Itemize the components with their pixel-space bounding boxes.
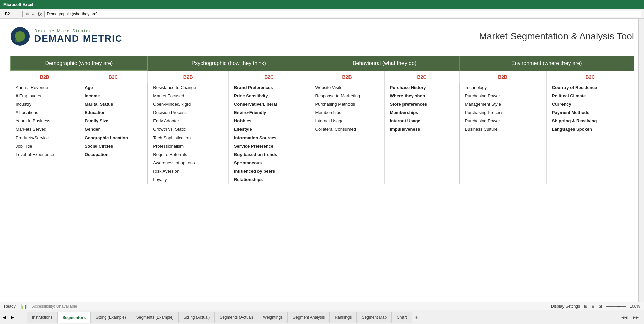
list-item: Business Culture [459, 125, 546, 133]
cancel-icon[interactable]: ✕ [25, 11, 30, 17]
demo-b2b-label: B2B [10, 71, 79, 83]
view-page-icon[interactable]: ⊟ [591, 304, 595, 309]
view-normal-icon[interactable]: ⊞ [584, 304, 587, 309]
list-item: Decision Process [148, 108, 229, 117]
table-row: Annual RevenueAgeResistance to ChangeBra… [10, 83, 634, 92]
list-item [310, 150, 384, 159]
b2b-b2c-header-row: B2B B2C B2B B2C B2B B2C B2B B2C [10, 71, 634, 83]
sheet-tab-sizing--example-[interactable]: Sizing (Example) [91, 312, 131, 323]
sheet-tab-rankings[interactable]: Rankings [330, 312, 357, 323]
env-b2c-label: B2C [546, 71, 634, 83]
table-row: LoyaltyRelationships [10, 175, 634, 184]
sheet-icon: 📊 [21, 304, 27, 309]
logo-area: Become More Strategic Demand Metric [10, 26, 123, 46]
list-item: Annual Revenue [10, 83, 79, 92]
display-settings[interactable]: Display Settings [551, 304, 580, 309]
zoom-slider[interactable]: ────●── [606, 304, 626, 309]
list-item: Collateral Consumed [310, 125, 384, 133]
list-item [384, 175, 459, 184]
psycho-b2c-label: B2C [228, 71, 310, 83]
list-item: Currency [546, 100, 634, 108]
accessibility-status: Accessibility: Unavailable [32, 304, 77, 309]
formula-icons: ✕ ✓ fx [25, 11, 42, 17]
list-item: Enviro-Friendly [228, 108, 310, 117]
formula-input[interactable]: Demographic (who they are) [44, 11, 641, 17]
sheet-tab-segment-map[interactable]: Segment Map [357, 312, 392, 323]
logo-subtitle: Become More Strategic [34, 29, 123, 33]
list-item [10, 167, 79, 175]
list-item [79, 167, 147, 175]
list-item [546, 142, 634, 150]
list-item: Markets Served [10, 125, 79, 133]
ready-bar: Ready 📊 Accessibility: Unavailable Displ… [0, 302, 644, 310]
list-item: Influenced by peers [228, 167, 310, 175]
scroll-right-page[interactable]: ▶▶ [633, 315, 639, 320]
list-item: Age [79, 83, 147, 92]
psychographic-header: Psychographic (how they think) [148, 56, 310, 71]
sheet-tab-chart[interactable]: Chart [392, 312, 412, 323]
table-row: Markets ServedGenderGrowth vs. StaticLif… [10, 125, 634, 133]
list-item [310, 142, 384, 150]
list-item: Education [79, 108, 147, 117]
list-item: Where they shop [384, 92, 459, 100]
list-item [459, 167, 546, 175]
list-item: Response to Marketing [310, 92, 384, 100]
function-icon[interactable]: fx [38, 11, 42, 17]
table-row: Level of ExperienceOccupationRequire Ref… [10, 150, 634, 159]
list-item: Risk Aversion [148, 167, 229, 175]
list-item: Political Climate [546, 92, 634, 100]
list-item: Awareness of options [148, 159, 229, 167]
page-title: Market Segmentation & Analysis Tool [479, 31, 634, 42]
scroll-left-icon[interactable]: ◀ [0, 315, 8, 320]
list-item [79, 175, 147, 184]
list-item: Resistance to Change [148, 83, 229, 92]
list-item: Information Sources [228, 133, 310, 142]
list-item: Job Title [10, 142, 79, 150]
sheet-tab-segment-analysis[interactable]: Segment Analysis [288, 312, 330, 323]
zoom-level: 100% [630, 304, 640, 309]
sheet-tab-segments--actual-[interactable]: Segments (Actual) [215, 312, 258, 323]
scroll-left-page[interactable]: ◀◀ [621, 315, 627, 320]
sheet-tab-segments--example-[interactable]: Segments (Example) [131, 312, 179, 323]
scroll-right-icon[interactable]: ▶ [8, 315, 17, 320]
list-item: Geographic Location [79, 133, 147, 142]
sheet-tab-instructions[interactable]: Instructions [27, 312, 57, 323]
table-row: IndustryMarital StatusOpen-Minded/RigidC… [10, 100, 634, 108]
list-item: Occupation [79, 150, 147, 159]
list-item [10, 175, 79, 184]
list-item: Website Visits [310, 83, 384, 92]
sheet-tab-sizing--actual-[interactable]: Sizing (Actual) [179, 312, 215, 323]
list-item: Products/Service [10, 133, 79, 142]
demographic-header: Demographic (who they are) [10, 56, 148, 71]
logo-title: Demand Metric [34, 33, 123, 44]
confirm-icon[interactable]: ✓ [32, 11, 36, 17]
list-item: Management Style [459, 100, 546, 108]
sheet-tab-weightings[interactable]: Weightings [258, 312, 288, 323]
list-item: Country of Residence [546, 83, 634, 92]
behav-b2c-label: B2C [384, 71, 459, 83]
list-item [459, 150, 546, 159]
view-break-icon[interactable]: ⊠ [599, 304, 602, 309]
sheet-tab-segmenters[interactable]: Segmenters [57, 312, 91, 323]
list-item [546, 150, 634, 159]
table-row: # LocationsEducationDecision ProcessEnvi… [10, 108, 634, 117]
list-item [384, 159, 459, 167]
table-row: Products/ServiceGeographic LocationTech … [10, 133, 634, 142]
list-item: Purchasing Process [459, 108, 546, 117]
list-item: Early Adopter [148, 117, 229, 125]
add-sheet-icon[interactable]: + [412, 314, 422, 320]
list-item: Family Size [79, 117, 147, 125]
cell-reference[interactable]: B2 [3, 11, 23, 17]
list-item: Service Preference [228, 142, 310, 150]
env-b2b-label: B2B [459, 71, 546, 83]
list-item: Tech Sophistication [148, 133, 229, 142]
list-item: Spontaneous [228, 159, 310, 167]
ready-status: Ready [4, 304, 16, 309]
list-item: Conservative/Liberal [228, 100, 310, 108]
list-item: Memberships [310, 108, 384, 117]
list-item [310, 167, 384, 175]
list-item [310, 159, 384, 167]
list-item: Internet Usage [384, 117, 459, 125]
list-item: Loyalty [148, 175, 229, 184]
scrollbar-right[interactable] [638, 19, 644, 302]
